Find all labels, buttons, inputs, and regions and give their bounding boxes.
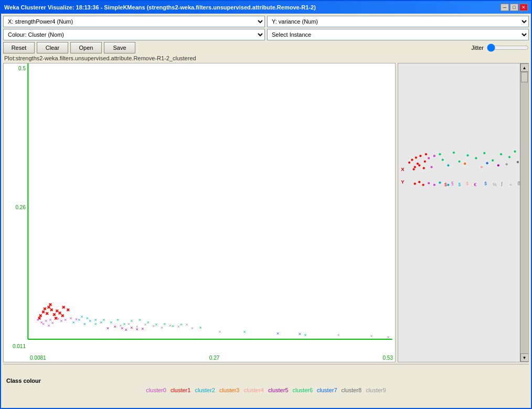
svg-text:×: ×	[89, 318, 92, 324]
svg-text:×: ×	[191, 325, 194, 331]
svg-point-78	[414, 166, 416, 168]
svg-point-105	[439, 181, 441, 184]
svg-text:%: %	[493, 182, 497, 187]
svg-text:×: ×	[163, 321, 166, 327]
svg-text:×: ×	[110, 319, 113, 325]
cluster0-label[interactable]: cluster0	[146, 387, 166, 393]
open-button[interactable]: Open	[70, 42, 102, 53]
svg-text:×: ×	[139, 317, 142, 322]
svg-text:×: ×	[83, 321, 87, 327]
jitter-slider[interactable]	[487, 44, 529, 52]
svg-point-124	[483, 152, 485, 154]
colour-instance-row: Colour: Cluster (Nom) Select Instance	[3, 29, 529, 40]
svg-point-91	[481, 166, 483, 168]
svg-text:×: ×	[177, 324, 180, 329]
svg-text:×: ×	[113, 324, 116, 329]
svg-point-100	[414, 182, 416, 185]
cluster1-label[interactable]: cluster1	[171, 387, 191, 393]
svg-rect-75	[398, 68, 528, 357]
cluster0-points: × × × × × × × × × × × ×	[36, 315, 78, 328]
class-colour-title: Class colour	[6, 378, 41, 384]
svg-text:×: ×	[67, 307, 70, 313]
svg-text:×: ×	[243, 329, 247, 335]
cluster8-label[interactable]: cluster8	[342, 387, 362, 393]
maximize-button[interactable]: □	[510, 4, 518, 11]
content-area: X: strengthPower4 (Num) Y: variance (Num…	[1, 14, 531, 408]
svg-point-94	[506, 163, 508, 165]
svg-text:×: ×	[155, 321, 158, 327]
svg-point-86	[492, 159, 494, 162]
svg-point-84	[458, 160, 460, 163]
toolbar-row: Reset Clear Open Save Jitter	[3, 42, 529, 53]
svg-text:×: ×	[80, 314, 83, 319]
cluster9-label[interactable]: cluster9	[366, 387, 386, 393]
x-axis-select[interactable]: X: strengthPower4 (Num)	[3, 16, 265, 27]
scatter-plot: 0.5 0.26 0.011 × × ×	[3, 63, 396, 362]
cluster7-points: × ×	[276, 330, 302, 337]
svg-text:×: ×	[141, 326, 144, 331]
cluster7-label[interactable]: cluster7	[317, 387, 337, 393]
svg-text:€: €	[474, 182, 476, 187]
svg-point-88	[430, 166, 432, 168]
svg-point-119	[408, 162, 410, 164]
svg-point-102	[422, 184, 424, 186]
svg-text:×: ×	[57, 316, 60, 321]
svg-text:≈: ≈	[509, 182, 512, 187]
select-instance-dropdown[interactable]: Select Instance	[267, 29, 529, 40]
svg-point-93	[497, 164, 499, 166]
svg-text:$: $	[466, 181, 469, 186]
scroll-down-button[interactable]: ▼	[520, 353, 529, 362]
cluster2-label[interactable]: cluster2	[195, 387, 215, 393]
svg-point-79	[418, 164, 420, 166]
mini-matrix-svg: X Y	[398, 63, 528, 362]
save-button[interactable]: Save	[104, 42, 135, 53]
cluster6-label[interactable]: cluster6	[293, 387, 313, 393]
x-mid-label: 0.27	[209, 355, 219, 361]
scroll-up-button[interactable]: ▲	[520, 63, 529, 72]
svg-text:×: ×	[144, 321, 147, 327]
svg-point-120	[424, 160, 426, 163]
colour-select[interactable]: Colour: Cluster (Nom)	[3, 29, 265, 40]
svg-point-118	[415, 156, 417, 158]
cluster9-points: × × × × × × × × × × × × ×	[119, 321, 390, 340]
svg-text:×: ×	[370, 333, 374, 339]
cluster4-label[interactable]: cluster4	[243, 387, 264, 393]
y-axis-select[interactable]: Y: variance (Num)	[267, 16, 529, 27]
svg-point-123	[466, 154, 469, 156]
svg-point-103	[428, 182, 430, 184]
cluster3-label[interactable]: cluster3	[219, 387, 240, 393]
clear-button[interactable]: Clear	[37, 42, 68, 53]
svg-text:×: ×	[218, 329, 221, 335]
cluster5-label[interactable]: cluster5	[268, 387, 289, 393]
svg-point-87	[508, 156, 510, 158]
jitter-control: Jitter	[471, 44, 529, 52]
svg-text:×: ×	[130, 318, 133, 324]
svg-text:×: ×	[299, 331, 302, 337]
scroll-thumb[interactable]	[521, 72, 528, 82]
minimize-button[interactable]: ─	[501, 4, 509, 11]
svg-point-92	[486, 162, 488, 164]
svg-text:×: ×	[47, 322, 50, 328]
reset-button[interactable]: Reset	[3, 42, 35, 53]
svg-point-99	[433, 155, 435, 157]
svg-text:×: ×	[36, 317, 39, 322]
svg-point-82	[413, 168, 415, 170]
svg-text:×: ×	[102, 317, 105, 322]
main-plot-area: 0.5 0.26 0.011 × × ×	[3, 63, 529, 362]
scatter-svg: × × × × × × × × × × × × ×	[27, 63, 393, 350]
y-axis-labels: 0.5 0.26 0.011	[5, 63, 26, 351]
svg-point-101	[418, 181, 420, 183]
svg-text:×: ×	[60, 318, 63, 324]
close-button[interactable]: ✕	[519, 4, 528, 11]
svg-text:×: ×	[161, 325, 164, 330]
svg-text:$: $	[444, 182, 447, 187]
svg-text:×: ×	[107, 325, 110, 331]
window-title: Weka Clusterer Visualize: 18:13:36 - Sim…	[4, 4, 316, 10]
axis-row: X: strengthPower4 (Num) Y: variance (Num…	[3, 16, 529, 27]
x-max-label: 0.53	[383, 355, 393, 361]
title-bar: Weka Clusterer Visualize: 18:13:36 - Sim…	[1, 1, 531, 14]
x-min-label: 0.0081	[30, 355, 46, 361]
svg-point-80	[423, 167, 425, 169]
svg-text:×: ×	[94, 321, 98, 327]
jitter-label: Jitter	[471, 45, 484, 51]
